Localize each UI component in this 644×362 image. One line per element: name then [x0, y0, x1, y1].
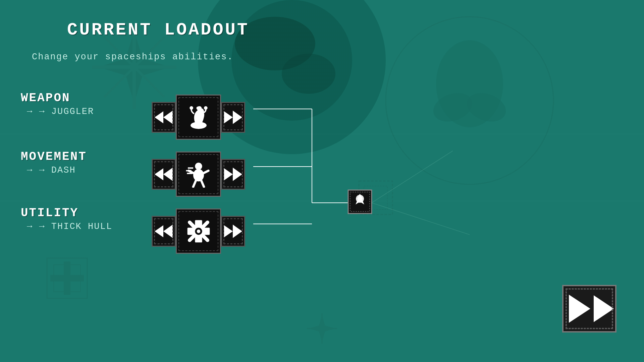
movement-icon-box — [176, 152, 221, 197]
movement-sublabel: → DASH — [21, 165, 87, 175]
movement-section: MOVEMENT → DASH — [21, 150, 87, 175]
play-icon — [569, 295, 590, 323]
movement-arrow-left-button[interactable] — [152, 159, 176, 190]
movement-label: MOVEMENT — [21, 150, 87, 164]
weapon-icon-box — [176, 95, 221, 140]
page-title: CURRENT LOADOUT — [67, 20, 249, 40]
utility-arrow-left-button[interactable] — [152, 216, 176, 247]
utility-arrow-right-button[interactable] — [221, 216, 245, 247]
movement-right-icon — [224, 168, 233, 180]
utility-right-icon — [224, 225, 233, 237]
weapon-arrow-right-button[interactable] — [221, 102, 245, 133]
utility-section: UTILITY → THICK HULL — [21, 206, 112, 232]
weapon-label: WEAPON — [21, 91, 94, 105]
utility-selector — [152, 208, 245, 254]
page-subtitle: Change your spaceships abilities. — [32, 52, 233, 62]
movement-left-icon — [155, 168, 163, 180]
arrow-right-icon — [224, 111, 233, 123]
arrow-left-icon — [155, 111, 163, 123]
utility-sublabel: → THICK HULL — [21, 222, 112, 232]
main-content: CURRENT LOADOUT Change your spaceships a… — [0, 0, 644, 362]
utility-left-icon — [155, 225, 163, 237]
movement-arrow-right-button[interactable] — [221, 159, 245, 190]
utility-label: UTILITY — [21, 206, 112, 220]
weapon-sublabel: → JUGGLER — [21, 107, 94, 117]
weapon-arrow-left-button[interactable] — [152, 102, 176, 133]
weapon-selector — [152, 95, 245, 140]
utility-icon-box — [176, 208, 221, 254]
play-button[interactable] — [562, 285, 616, 333]
movement-selector — [152, 152, 245, 197]
weapon-section: WEAPON → JUGGLER — [21, 91, 94, 117]
